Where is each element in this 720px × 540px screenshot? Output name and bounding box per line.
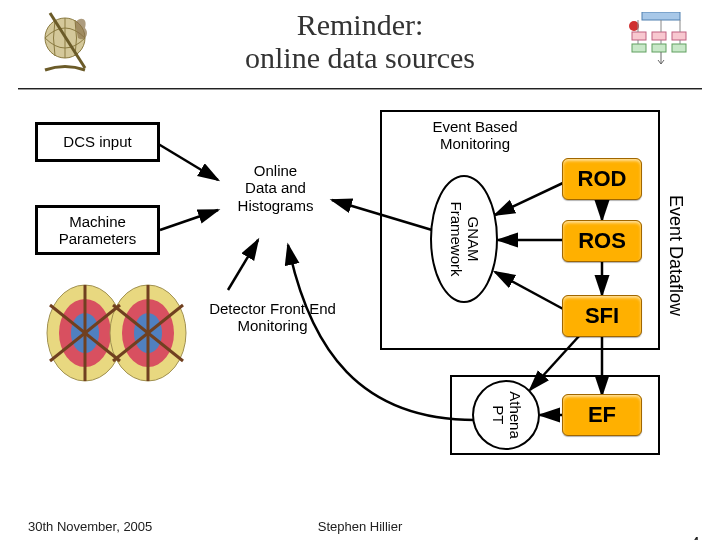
svg-rect-5 (672, 32, 686, 40)
globe-icon (30, 8, 100, 78)
athena-oval: AthenaPT (472, 380, 540, 450)
title: Reminder:online data sources (20, 8, 700, 74)
svg-line-17 (228, 240, 258, 290)
svg-line-15 (155, 142, 218, 180)
header-rule (18, 88, 702, 89)
gnam-label: GNAMFramework (448, 201, 481, 276)
athena-label: AthenaPT (490, 391, 523, 439)
diagram-content: DCS input MachineParameters OnlineData a… (0, 100, 720, 512)
online-data-label: OnlineData andHistograms (218, 162, 333, 214)
mini-diagram-icon (622, 12, 700, 70)
footer-page: 4 (690, 534, 700, 540)
svg-rect-4 (652, 32, 666, 40)
svg-line-16 (160, 210, 218, 230)
dcs-input-box: DCS input (35, 122, 160, 162)
event-monitoring-label: Event BasedMonitoring (410, 118, 540, 153)
ros-stage: ROS (562, 220, 642, 262)
footer-date: 30th November, 2005 (28, 519, 152, 534)
svg-rect-7 (652, 44, 666, 52)
svg-rect-6 (632, 44, 646, 52)
footer: 30th November, 2005 Stephen Hillier 4 (0, 519, 720, 534)
svg-rect-1 (642, 12, 680, 20)
detector-image (30, 275, 205, 390)
ef-stage: EF (562, 394, 642, 436)
detector-fe-label: Detector Front EndMonitoring (190, 300, 355, 335)
svg-rect-8 (672, 44, 686, 52)
machine-params-box: MachineParameters (35, 205, 160, 255)
svg-rect-3 (632, 32, 646, 40)
gnam-oval: GNAMFramework (430, 175, 498, 303)
event-dataflow-label: Event Dataflow (665, 195, 686, 316)
sfi-stage: SFI (562, 295, 642, 337)
header: Reminder:online data sources (0, 0, 720, 74)
rod-stage: ROD (562, 158, 642, 200)
